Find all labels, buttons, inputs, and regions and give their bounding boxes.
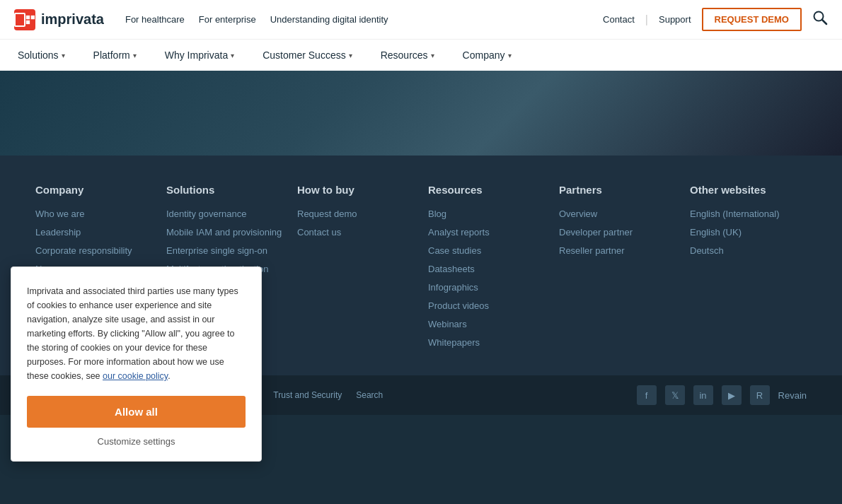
request-demo-button[interactable]: REQUEST DEMO: [702, 8, 802, 31]
footer-other-websites-title: Other websites: [690, 184, 807, 196]
chevron-down-icon: ▾: [508, 52, 512, 59]
footer-blog[interactable]: Blog: [428, 209, 446, 219]
footer-col-other-websites: Other websites English (International) E…: [690, 184, 807, 354]
chevron-down-icon: ▾: [62, 52, 65, 59]
svg-rect-1: [31, 15, 35, 18]
footer-webinars[interactable]: Webinars: [428, 319, 467, 329]
twitter-icon[interactable]: 𝕏: [665, 385, 685, 405]
footer-analyst-reports[interactable]: Analyst reports: [428, 227, 490, 238]
customize-settings-link[interactable]: Customize settings: [27, 436, 246, 447]
footer-datasheets[interactable]: Datasheets: [428, 264, 475, 274]
facebook-icon[interactable]: f: [637, 385, 657, 405]
linkedin-icon[interactable]: in: [693, 385, 713, 405]
footer-request-demo[interactable]: Request demo: [297, 209, 357, 219]
footer-resources-title: Resources: [428, 184, 545, 196]
bottom-trust-security[interactable]: Trust and Security: [273, 390, 342, 400]
footer-solutions-title: Solutions: [166, 184, 283, 196]
footer-overview[interactable]: Overview: [559, 209, 597, 219]
chevron-down-icon: ▾: [133, 52, 137, 59]
chevron-down-icon: ▾: [431, 52, 434, 59]
footer-partners-title: Partners: [559, 184, 676, 196]
footer-whitepapers[interactable]: Whitepapers: [428, 337, 480, 348]
footer-english-international[interactable]: English (International): [690, 209, 779, 219]
footer-case-studies[interactable]: Case studies: [428, 245, 481, 256]
revain-icon[interactable]: R: [750, 385, 770, 405]
footer-enterprise-sso[interactable]: Enterprise single sign-on: [166, 245, 267, 256]
revain-label: Revain: [778, 390, 807, 401]
header-right: Contact | Support REQUEST DEMO: [603, 8, 828, 31]
logo-icon: [14, 9, 35, 30]
footer-how-to-buy-title: How to buy: [297, 184, 414, 196]
footer-col-partners: Partners Overview Developer partner Rese…: [559, 184, 676, 354]
svg-line-4: [822, 20, 826, 24]
footer-developer-partner[interactable]: Developer partner: [559, 227, 633, 238]
search-button[interactable]: [812, 10, 828, 29]
footer-product-videos[interactable]: Product videos: [428, 300, 489, 311]
bottom-search[interactable]: Search: [356, 390, 383, 400]
footer-col-how-to-buy: How to buy Request demo Contact us: [297, 184, 414, 354]
footer-col-resources: Resources Blog Analyst reports Case stud…: [428, 184, 545, 354]
logo[interactable]: imprivata: [14, 9, 104, 30]
header: imprivata For healthcare For enterprise …: [0, 0, 842, 39]
footer-contact-us[interactable]: Contact us: [297, 227, 341, 238]
chevron-down-icon: ▾: [349, 52, 352, 59]
youtube-icon[interactable]: ▶: [722, 385, 742, 405]
header-left: imprivata For healthcare For enterprise …: [14, 9, 388, 30]
hero-section: [0, 71, 842, 156]
allow-all-button[interactable]: Allow all: [27, 396, 246, 428]
svg-rect-0: [26, 15, 30, 18]
cookie-consent: Imprivata and associated third parties u…: [11, 266, 262, 462]
footer-corporate-responsibility[interactable]: Corporate responsibility: [35, 245, 132, 256]
nav-healthcare[interactable]: For healthcare: [125, 14, 185, 25]
header-contact[interactable]: Contact: [603, 14, 635, 25]
cookie-text: Imprivata and associated third parties u…: [27, 284, 246, 383]
nav-solutions[interactable]: Solutions ▾: [14, 40, 69, 71]
footer-who-we-are[interactable]: Who we are: [35, 209, 84, 219]
header-support[interactable]: Support: [659, 14, 691, 25]
footer-infographics[interactable]: Infographics: [428, 282, 478, 293]
footer-mobile-iam[interactable]: Mobile IAM and provisioning: [166, 227, 282, 238]
nav-why-imprivata[interactable]: Why Imprivata ▾: [161, 40, 238, 71]
nav-enterprise[interactable]: For enterprise: [199, 14, 256, 25]
logo-text: imprivata: [41, 11, 104, 28]
cookie-policy-link[interactable]: our cookie policy: [103, 371, 168, 381]
footer-leadership[interactable]: Leadership: [35, 227, 81, 238]
footer-reseller-partner[interactable]: Reseller partner: [559, 245, 625, 256]
nav-resources[interactable]: Resources ▾: [377, 40, 438, 71]
nav-bar-items: Solutions ▾ Platform ▾ Why Imprivata ▾ C…: [14, 40, 515, 71]
nav-platform[interactable]: Platform ▾: [90, 40, 140, 71]
footer-company-title: Company: [35, 184, 152, 196]
nav-customer-success[interactable]: Customer Success ▾: [259, 40, 355, 71]
footer-deutsch[interactable]: Deutsch: [690, 245, 724, 256]
footer-identity-governance[interactable]: Identity governance: [166, 209, 246, 219]
footer-english-uk[interactable]: English (UK): [690, 227, 742, 238]
nav-digital-identity[interactable]: Understanding digital identity: [270, 14, 388, 25]
nav-company[interactable]: Company ▾: [459, 40, 515, 71]
nav-bar: Solutions ▾ Platform ▾ Why Imprivata ▾ C…: [0, 39, 842, 71]
header-nav: For healthcare For enterprise Understand…: [125, 14, 388, 25]
svg-rect-2: [26, 20, 30, 23]
header-links: Contact | Support: [603, 13, 691, 26]
chevron-down-icon: ▾: [231, 52, 234, 59]
bottom-bar-right: f 𝕏 in ▶ R Revain: [637, 385, 807, 405]
